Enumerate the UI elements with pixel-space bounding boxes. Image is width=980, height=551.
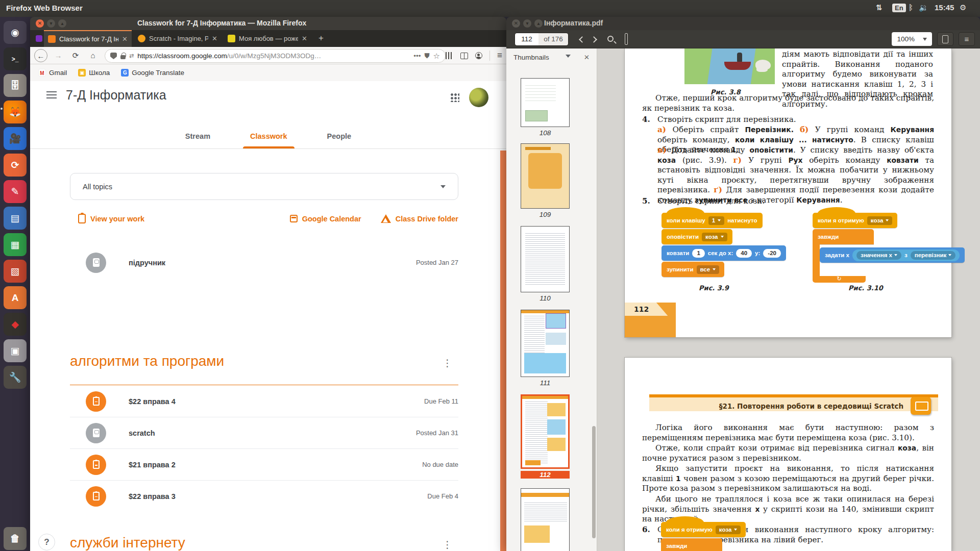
dock-software-updater-icon[interactable]: ⟳ xyxy=(4,154,27,177)
thumbnail-page-108[interactable] xyxy=(521,78,570,127)
close-button[interactable]: ✕ xyxy=(36,19,44,28)
next-page-button[interactable] xyxy=(592,35,596,43)
dock-media-app-icon[interactable]: ✎ xyxy=(4,180,27,203)
url-bar[interactable]: ⇄ https://classroom.google.com/u/0/w/Mzg… xyxy=(105,49,446,63)
sidebar-scrollbar[interactable] xyxy=(592,426,596,538)
material-icon xyxy=(86,253,106,273)
minimize-button[interactable]: ▾ xyxy=(523,19,531,28)
firefox-titlebar[interactable]: ✕ ▾ ▴ Classwork for 7-Д Інформатика — Mo… xyxy=(30,17,506,30)
tab-close-icon[interactable]: ✕ xyxy=(302,35,307,42)
google-apps-grid-icon[interactable] xyxy=(450,93,459,102)
maximize-button[interactable]: ▴ xyxy=(534,19,543,28)
firefox-nav-toolbar: ← → ⟳ ⌂ ⇄ https://classroom.google.com/u… xyxy=(30,47,506,64)
thumbnail-page-111[interactable] xyxy=(521,310,570,377)
menu-hamburger-icon[interactable]: ≡ xyxy=(497,51,502,61)
thumbnail-page-113[interactable] xyxy=(521,488,570,551)
dock-firefox-icon[interactable]: 🦊 xyxy=(4,101,27,123)
bluetooth-icon[interactable]: ᛒ xyxy=(909,3,913,12)
back-button[interactable]: ← xyxy=(34,49,47,62)
forward-button[interactable]: → xyxy=(52,49,65,62)
dock-files-icon[interactable]: 🗄 xyxy=(4,74,27,97)
dock-trash-icon[interactable]: 🗑 xyxy=(4,527,27,550)
minimize-button[interactable]: ▾ xyxy=(47,19,55,28)
view-your-work-link[interactable]: View your work xyxy=(78,214,144,223)
session-gear-icon[interactable]: ⚙ xyxy=(960,3,966,12)
thumbnail-label: 109 xyxy=(521,211,570,218)
annotate-button[interactable] xyxy=(937,32,953,46)
topic-menu-icon[interactable]: ⋮ xyxy=(443,539,452,550)
class-drive-folder-link[interactable]: Class Drive folder xyxy=(381,214,458,223)
bookmark-gmail[interactable]: MGmail xyxy=(38,69,67,77)
thumbnail-page-112-selected[interactable] xyxy=(521,394,570,469)
pocket-shield-icon[interactable]: ⛊ xyxy=(424,52,429,60)
pdf-titlebar[interactable]: ✕ ▾ ▴ Інформатика.pdf xyxy=(506,17,980,30)
topics-filter-dropdown[interactable]: All topics xyxy=(70,173,458,200)
sidebar-close-icon[interactable]: ✕ xyxy=(584,53,590,61)
page-actions-icon[interactable]: ••• xyxy=(413,52,421,60)
page-view-button[interactable] xyxy=(625,35,628,43)
reload-button[interactable]: ⟳ xyxy=(69,49,82,62)
topic-menu-icon[interactable]: ⋮ xyxy=(443,357,452,369)
list-item-assignment[interactable]: $21 вправа 2 No due date xyxy=(70,449,458,480)
tab-classwork[interactable]: Classwork xyxy=(247,125,290,148)
tab-stream[interactable]: Stream xyxy=(182,125,213,148)
clock[interactable]: 15:45 xyxy=(935,3,954,12)
account-icon[interactable] xyxy=(475,52,482,59)
previous-page-button[interactable] xyxy=(580,35,584,43)
dock-impress-icon[interactable]: ▧ xyxy=(4,260,27,283)
page-number-input[interactable]: 112 xyxy=(515,33,538,45)
thumbnail-page-110[interactable] xyxy=(521,226,570,292)
bookmark-google-translate[interactable]: GGoogle Translate xyxy=(121,69,184,77)
tab-scratch[interactable]: Scratch - Imagine, Progr ✕ xyxy=(134,30,222,47)
tab-close-icon[interactable]: ✕ xyxy=(122,35,128,43)
maximize-button[interactable]: ▴ xyxy=(58,19,66,28)
bookmark-star-icon[interactable]: ☆ xyxy=(433,52,440,61)
sidebar-toggle-icon[interactable] xyxy=(460,53,468,59)
thumbnail-page-109[interactable] xyxy=(521,143,570,209)
keyboard-layout-indicator[interactable]: En xyxy=(892,4,906,12)
firefox-window: ✕ ▾ ▴ Classwork for 7-Д Інформатика — Mo… xyxy=(30,17,506,551)
list-item-assignment[interactable]: $22 вправа 4 Due Feb 11 xyxy=(70,386,458,417)
tab-classwork[interactable]: Classwork for 7-Д Інфор ✕ xyxy=(44,30,132,47)
tab-close-icon[interactable]: ✕ xyxy=(212,35,217,42)
close-button[interactable]: ✕ xyxy=(512,19,520,28)
list-item-material[interactable]: scratch Posted Jan 31 xyxy=(70,417,458,448)
home-button[interactable]: ⌂ xyxy=(86,49,100,62)
dock-software-center-icon[interactable]: A xyxy=(4,286,27,309)
pdf-view-area[interactable]: Рис. 3.8 діям мають відповідати дії та і… xyxy=(597,48,980,551)
user-avatar[interactable] xyxy=(469,88,488,107)
network-icon[interactable]: ⇅ xyxy=(876,3,883,12)
gmail-icon: M xyxy=(38,69,46,77)
help-button[interactable]: ? xyxy=(38,534,55,550)
dock-terminal-icon[interactable]: >_ xyxy=(4,47,27,70)
dock-writer-icon[interactable]: ▤ xyxy=(4,207,27,230)
pinned-purple-icon[interactable] xyxy=(36,35,42,42)
library-icon[interactable] xyxy=(446,52,453,59)
tab-people[interactable]: People xyxy=(324,125,355,148)
dock-camera-app-icon[interactable]: 🎥 xyxy=(4,127,27,150)
window-title: Classwork for 7-Д Інформатика — Mozilla … xyxy=(137,19,306,27)
dock-vm-box-icon[interactable]: ▣ xyxy=(4,339,27,362)
sidebar-dropdown-icon[interactable] xyxy=(566,55,571,60)
search-button[interactable] xyxy=(607,35,614,43)
dock-ubuntu-dash-icon[interactable]: ◉ xyxy=(4,21,27,44)
dock-graphics-tool-icon[interactable]: ◆ xyxy=(4,313,27,336)
zoom-dropdown[interactable]: 100% xyxy=(892,32,932,46)
work-clipboard-icon xyxy=(78,214,86,223)
list-item-assignment[interactable]: $22 вправа 3 Due Feb 4 xyxy=(70,481,458,512)
main-menu-hamburger-icon[interactable] xyxy=(46,91,57,98)
new-tab-button[interactable]: + xyxy=(318,33,324,43)
page-scrollbar[interactable] xyxy=(500,151,506,551)
lock-icon[interactable] xyxy=(120,55,126,59)
tab-moya-lyubov[interactable]: Моя любов — рожевий ✕ xyxy=(224,30,311,47)
volume-icon[interactable]: 🔉 xyxy=(919,3,928,12)
page-number-widget[interactable]: 112 of 176 xyxy=(514,33,569,46)
pdf-menu-button[interactable]: ≡ xyxy=(959,32,975,46)
dock-tweaks-icon[interactable]: 🔧 xyxy=(4,366,27,389)
dock-calc-icon[interactable]: ▦ xyxy=(4,233,27,256)
google-calendar-link[interactable]: Google Calendar xyxy=(290,215,361,223)
permissions-icon[interactable]: ⇄ xyxy=(129,53,134,59)
bookmark-shkola[interactable]: ▣Школа xyxy=(78,69,110,77)
tracking-shield-icon[interactable] xyxy=(110,53,117,59)
list-item-pidruchnyk[interactable]: підручник Posted Jan 27 xyxy=(70,247,458,278)
